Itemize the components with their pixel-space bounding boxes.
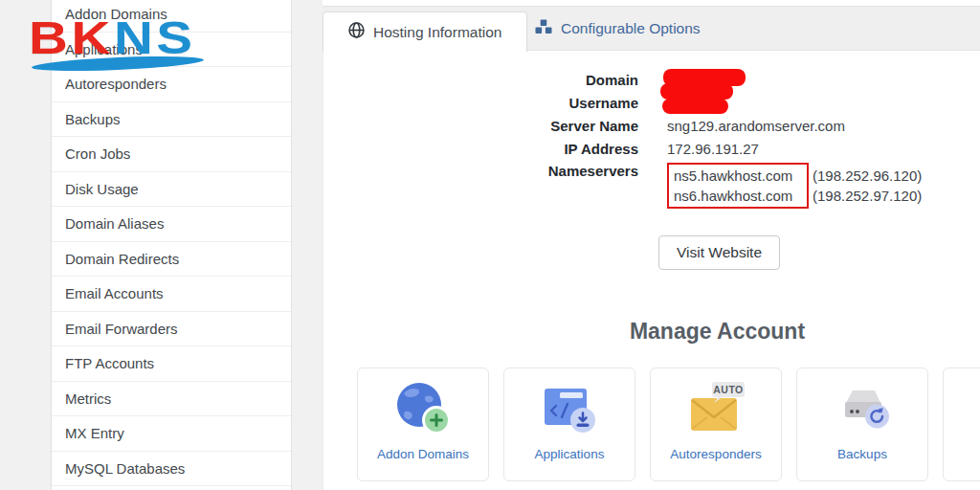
sidebar: Addon Domains Applications Autoresponder…	[51, 0, 292, 490]
nameservers-annotation-box: ns5.hawkhost.com ns6.hawkhost.com	[667, 163, 809, 209]
sidebar-item-metrics[interactable]: Metrics	[52, 382, 291, 417]
nameservers-value: ns5.hawkhost.com ns6.hawkhost.com (198.2…	[667, 163, 922, 209]
ip-address-label: IP Address	[323, 138, 638, 161]
top-divider	[323, 0, 980, 7]
sidebar-item-label: FTP Accounts	[65, 355, 154, 371]
tab-bar: Hosting Information Configurable Options	[323, 7, 980, 51]
sidebar-item-domain-redirects[interactable]: Domain Redirects	[52, 242, 291, 278]
sidebar-item-label: Cron Jobs	[65, 145, 130, 162]
sidebar-item-domain-aliases[interactable]: Domain Aliases	[52, 207, 291, 242]
globe-plus-icon	[393, 381, 453, 438]
cubes-icon	[535, 19, 552, 38]
card-label: Applications	[535, 447, 605, 461]
tab-hosting-information[interactable]: Hosting Information	[323, 11, 527, 52]
sidebar-item-autoresponders[interactable]: Autoresponders	[52, 67, 291, 102]
nameserver-2-host: ns6.hawkhost.com	[674, 186, 802, 206]
tab-label: Configurable Options	[561, 20, 701, 37]
sidebar-item-ftp-accounts[interactable]: FTP Accounts	[52, 346, 291, 382]
redaction-stroke	[662, 99, 728, 114]
nameserver-1-ip: (198.252.96.120)	[813, 166, 922, 186]
card-label: Addon Domains	[377, 447, 469, 461]
nameserver-1-host: ns5.hawkhost.com	[674, 166, 802, 186]
nameserver-2-ip: (198.252.97.120)	[813, 186, 922, 206]
sidebar-item-mx-entry[interactable]: MX Entry	[52, 416, 291, 452]
brand-logo-text: BKNS	[29, 15, 196, 61]
sidebar-item-cron-jobs[interactable]: Cron Jobs	[52, 137, 291, 172]
manage-card-applications[interactable]: Applications	[503, 368, 635, 481]
info-row-ip-address: IP Address 172.96.191.27	[323, 138, 980, 161]
brand-logo-bk: BK	[29, 12, 114, 63]
tab-label: Hosting Information	[373, 24, 501, 41]
manage-account-title: Manage Account	[357, 319, 980, 345]
sidebar-item-mysql-databases[interactable]: MySQL Databases	[52, 452, 291, 487]
sidebar-item-disk-usage[interactable]: Disk Usage	[52, 172, 291, 208]
envelope-auto-icon: AUTO	[685, 381, 746, 440]
manage-account-section: Manage Account Addon Domains	[357, 319, 980, 481]
username-label: Username	[323, 92, 638, 115]
main-panel: Hosting Information Configurable Options…	[323, 0, 980, 490]
globe-icon	[348, 22, 365, 42]
nameservers-label: Nameservers	[323, 163, 638, 209]
sidebar-item-label: MySQL Databases	[65, 460, 185, 477]
sidebar-item-label: MX Entry	[65, 425, 124, 441]
sidebar-menu: Addon Domains Applications Autoresponder…	[52, 0, 291, 486]
sidebar-item-label: Disk Usage	[65, 181, 139, 197]
brand-logo: BKNS	[29, 15, 170, 61]
manage-card-partial[interactable]	[943, 368, 980, 481]
redaction-scribble	[660, 68, 748, 116]
app-window-download-icon	[540, 381, 599, 438]
redaction-stroke	[660, 83, 733, 100]
server-name-value: sng129.arandomserver.com	[667, 115, 845, 138]
sidebar-item-label: Domain Redirects	[65, 251, 179, 267]
tab-configurable-options[interactable]: Configurable Options	[535, 19, 701, 38]
manage-card-addon-domains[interactable]: Addon Domains	[357, 368, 489, 481]
card-label: Autoresponders	[670, 447, 761, 461]
domain-label: Domain	[323, 69, 638, 92]
info-row-domain: Domain	[323, 69, 980, 92]
sidebar-item-label: Autoresponders	[65, 76, 167, 92]
manage-card-backups[interactable]: Backups	[796, 368, 928, 481]
sidebar-item-email-forwarders[interactable]: Email Forwarders	[52, 312, 291, 347]
sidebar-item-label: Backups	[65, 111, 121, 127]
manage-card-autoresponders[interactable]: AUTO Autoresponders	[650, 368, 782, 481]
visit-website-button[interactable]: Visit Website	[658, 235, 780, 270]
auto-tag-text: AUTO	[713, 384, 744, 395]
sidebar-item-label: Domain Aliases	[65, 215, 164, 232]
info-row-nameservers: Nameservers ns5.hawkhost.com ns6.hawkhos…	[323, 163, 980, 209]
sidebar-item-label: Metrics	[65, 390, 111, 407]
info-row-server-name: Server Name sng129.arandomserver.com	[323, 115, 980, 138]
info-row-username: Username	[323, 92, 980, 115]
hosting-information-content: Domain Username Server Name sng129.arand…	[323, 51, 980, 490]
server-name-label: Server Name	[323, 115, 638, 138]
manage-cards: Addon Domains Appl	[357, 368, 980, 481]
nameserver-ips: (198.252.96.120) (198.252.97.120)	[813, 163, 922, 209]
card-label: Backups	[837, 447, 887, 461]
sidebar-item-email-accounts[interactable]: Email Accounts	[52, 277, 291, 312]
sidebar-item-backups[interactable]: Backups	[52, 102, 291, 138]
sidebar-item-label: Email Accounts	[65, 285, 164, 301]
ip-address-value: 172.96.191.27	[667, 138, 759, 161]
drive-restore-icon	[833, 381, 892, 438]
sidebar-item-label: Email Forwarders	[65, 321, 178, 337]
